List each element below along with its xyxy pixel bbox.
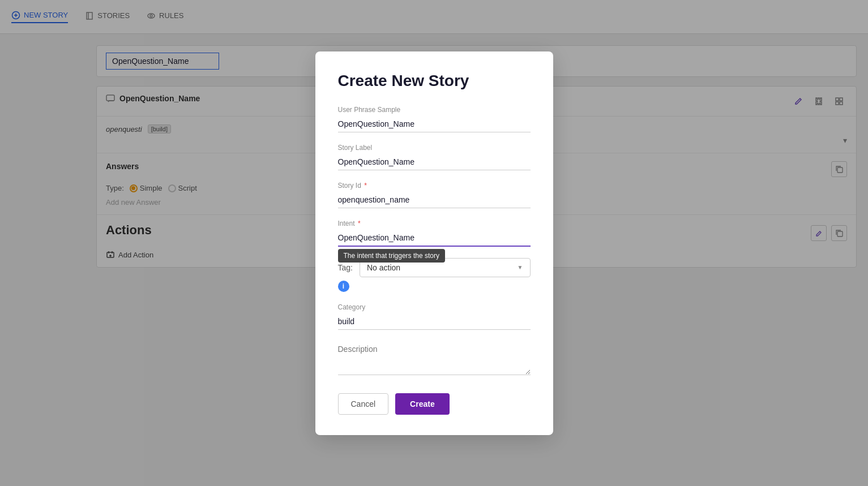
user-phrase-label: User Phrase Sample [338,106,531,114]
intent-label: Intent * [338,220,531,227]
create-button[interactable]: Create [395,393,450,415]
story-id-required: * [364,182,367,190]
intent-required: * [358,220,361,227]
intent-tooltip: The intent that triggers the story [338,249,445,263]
story-id-input[interactable] [338,192,531,208]
story-id-label: Story Id * [338,182,531,190]
intent-group: Intent * The intent that triggers the st… [338,220,531,247]
user-phrase-input[interactable] [338,116,531,132]
tag-value: No action [367,263,400,272]
modal-overlay: Create New Story User Phrase Sample Stor… [0,0,868,486]
tag-group: Tag: No action ▼ i [338,258,531,292]
story-label-input[interactable] [338,154,531,170]
tag-label: Tag: [338,263,353,272]
story-id-group: Story Id * [338,182,531,208]
category-group: Category [338,303,531,330]
modal-title: Create New Story [338,72,531,90]
category-label: Category [338,303,531,311]
description-textarea[interactable] [338,341,531,375]
intent-input[interactable] [338,230,531,247]
cancel-button[interactable]: Cancel [338,393,389,415]
category-input[interactable] [338,313,531,330]
story-label-group: Story Label [338,144,531,170]
description-group [338,341,531,377]
info-icon[interactable]: i [338,281,349,292]
story-label-label: Story Label [338,144,531,152]
user-phrase-group: User Phrase Sample [338,106,531,132]
modal-footer: Cancel Create [338,393,531,415]
tag-dropdown-arrow: ▼ [518,264,523,270]
create-story-modal: Create New Story User Phrase Sample Stor… [315,51,553,435]
